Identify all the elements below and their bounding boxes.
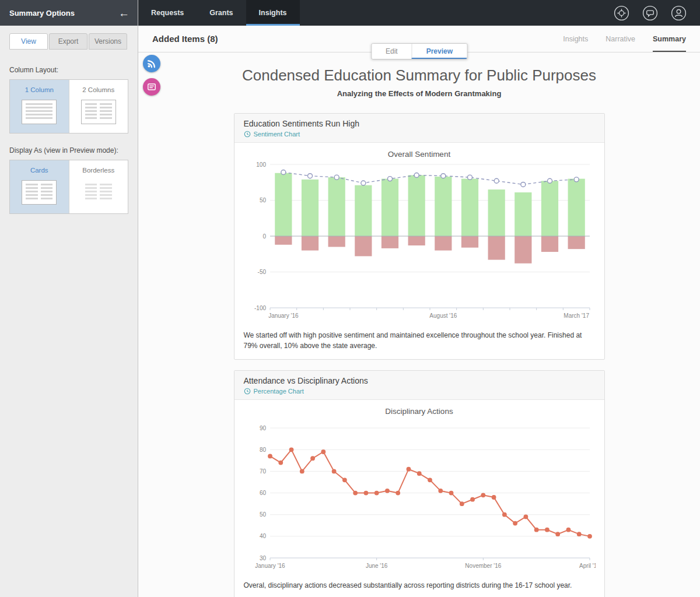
option-cards[interactable]: Cards	[10, 160, 69, 213]
svg-text:August '16: August '16	[429, 312, 457, 319]
svg-text:November '16: November '16	[465, 563, 501, 569]
target-icon[interactable]	[613, 5, 630, 22]
svg-text:January '16: January '16	[268, 312, 299, 319]
card-fab-button[interactable]	[143, 78, 160, 96]
added-items-label: Added Items (8)	[152, 34, 218, 44]
sidebar: Summary Options ← View Export Versions C…	[0, 0, 138, 597]
cards-thumbnail-icon	[22, 180, 57, 205]
main-area: Requests Grants Insights	[138, 0, 700, 597]
profile-icon[interactable]	[670, 5, 687, 22]
svg-text:-50: -50	[257, 269, 266, 275]
svg-text:June '16: June '16	[365, 563, 387, 569]
disciplinary-chart: 90807060504030January '16June '16Novembe…	[235, 417, 604, 573]
clock-icon	[244, 388, 251, 395]
svg-text:50: 50	[259, 197, 266, 203]
svg-text:100: 100	[256, 161, 266, 168]
navbar-icons	[613, 0, 700, 26]
mode-toggle: Edit Preview	[371, 43, 467, 59]
display-as-options: Cards Borderless	[9, 160, 128, 214]
svg-text:50: 50	[259, 511, 266, 518]
card-caption: Overal, disciplinary actions decreased s…	[235, 573, 604, 597]
two-column-thumbnail-icon	[81, 100, 116, 124]
sentiment-chart-svg: 100500-50-100January '16August '16March …	[243, 160, 596, 323]
preview-button[interactable]: Preview	[412, 44, 467, 59]
option-borderless[interactable]: Borderless	[69, 160, 128, 213]
card-title: Attendance vs Disciplinary Actions	[244, 376, 595, 385]
clock-icon	[244, 131, 251, 138]
svg-text:0: 0	[262, 233, 266, 240]
svg-text:30: 30	[259, 555, 266, 561]
nav-tab-insights[interactable]: Insights	[246, 0, 300, 26]
svg-text:60: 60	[259, 490, 266, 496]
card-sentiment-header: Education Sentiments Run High Sentiment …	[235, 114, 604, 143]
svg-text:90: 90	[259, 425, 266, 431]
svg-text:40: 40	[259, 533, 266, 539]
app-root: Summary Options ← View Export Versions C…	[0, 0, 700, 597]
column-layout-options: 1 Column 2 Columns	[9, 79, 128, 134]
chart-type-row: Sentiment Chart	[244, 131, 595, 138]
edit-button[interactable]: Edit	[372, 44, 412, 59]
chart-type-label: Sentiment Chart	[254, 131, 300, 138]
nav-tab-grants[interactable]: Grants	[197, 0, 246, 26]
svg-text:70: 70	[259, 468, 266, 475]
svg-text:80: 80	[259, 447, 266, 453]
svg-text:January '16: January '16	[255, 563, 285, 569]
disciplinary-chart-svg: 90807060504030January '16June '16Novembe…	[243, 417, 596, 573]
option-1-column[interactable]: 1 Column	[10, 80, 69, 133]
chart-type-label: Percentage Chart	[254, 388, 304, 395]
sentiment-chart: 100500-50-100January '16August '16March …	[235, 160, 604, 323]
card-caption: We started off with high positive sentim…	[235, 323, 604, 359]
page-subtitle: Analyzing the Effects of Modern Grantmak…	[138, 89, 700, 98]
card-sentiment: Education Sentiments Run High Sentiment …	[234, 113, 605, 360]
view-tab-narrative[interactable]: Narrative	[606, 26, 635, 52]
chart-title: Overall Sentiment	[235, 150, 604, 159]
svg-text:April '17: April '17	[579, 563, 596, 569]
chat-icon[interactable]	[642, 5, 659, 22]
view-tab-summary[interactable]: Summary	[653, 26, 686, 52]
rss-fab-button[interactable]	[143, 55, 160, 72]
nav-tab-requests[interactable]: Requests	[138, 0, 197, 26]
view-tab-insights[interactable]: Insights	[563, 26, 588, 52]
svg-text:-100: -100	[254, 305, 265, 311]
sidebar-title: Summary Options	[9, 9, 75, 17]
sidebar-tab-view[interactable]: View	[9, 33, 48, 50]
view-tabs: Insights Narrative Summary	[545, 26, 686, 52]
chart-type-row: Percentage Chart	[244, 388, 595, 395]
card-attendance-header: Attendance vs Disciplinary Actions Perce…	[235, 371, 604, 400]
one-column-thumbnail-icon	[22, 100, 57, 124]
back-arrow-icon[interactable]: ←	[118, 8, 130, 19]
chart-title: Disciplinary Actions	[235, 407, 604, 416]
page-title: Condensed Education Summary for Public P…	[138, 66, 700, 85]
svg-text:March '17: March '17	[564, 312, 589, 319]
display-as-label: Display As (view in Preview mode):	[9, 146, 128, 154]
option-2-columns[interactable]: 2 Columns	[69, 80, 128, 133]
borderless-thumbnail-icon	[81, 180, 116, 205]
sidebar-tab-export[interactable]: Export	[49, 33, 88, 50]
sidebar-header: Summary Options ←	[0, 0, 138, 26]
content-header: Added Items (8) Insights Narrative Summa…	[138, 26, 700, 52]
card-attendance: Attendance vs Disciplinary Actions Perce…	[234, 370, 605, 597]
card-title: Education Sentiments Run High	[244, 119, 595, 128]
content-area: Added Items (8) Insights Narrative Summa…	[138, 26, 700, 597]
column-layout-label: Column Layout:	[9, 66, 128, 74]
top-navbar: Requests Grants Insights	[138, 0, 700, 26]
sidebar-tabs: View Export Versions	[0, 26, 138, 50]
sidebar-body: Column Layout: 1 Column 2 Columns Displa…	[0, 50, 138, 217]
sidebar-tab-versions[interactable]: Versions	[89, 33, 127, 50]
